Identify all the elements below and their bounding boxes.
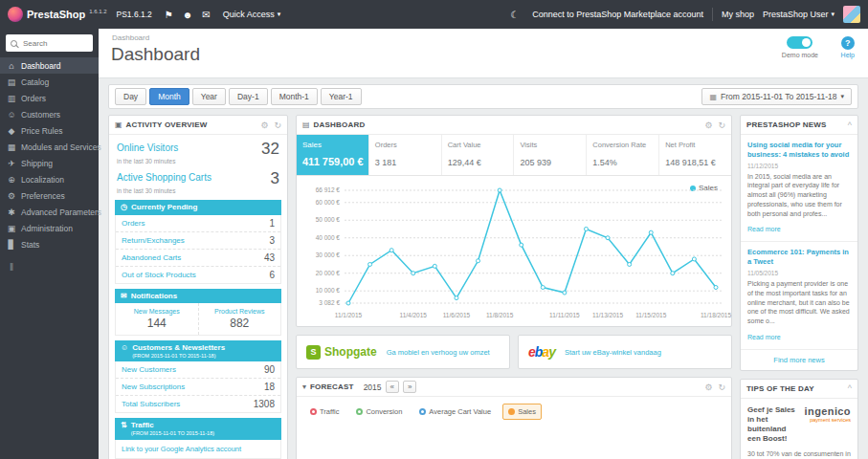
- chart-data-point[interactable]: [541, 286, 545, 290]
- sidebar-item-stats[interactable]: ▊Stats: [0, 236, 99, 252]
- filter-year-button[interactable]: Year: [192, 88, 226, 105]
- pending-returns-row[interactable]: Return/Exchanges3: [116, 232, 280, 250]
- chart-data-point[interactable]: [563, 291, 567, 295]
- chart-data-point[interactable]: [368, 262, 372, 266]
- forecast-average-cart-toggle[interactable]: Average Cart Value: [413, 404, 497, 420]
- google-analytics-link[interactable]: Link to your Google Analytics account: [115, 440, 281, 459]
- chart-data-point[interactable]: [389, 249, 393, 252]
- chart-data-point[interactable]: [455, 296, 458, 300]
- chart-data-point[interactable]: [692, 257, 696, 261]
- ebay-ad[interactable]: ebay Start uw eBay-winkel vandaag: [518, 335, 732, 369]
- kpi-net-profit-tab[interactable]: Net Profit 148 918,51 €: [659, 135, 731, 175]
- localization-icon: ⊕: [7, 175, 16, 185]
- customers-icon: ☺: [7, 110, 16, 120]
- read-more-link[interactable]: Read more: [747, 226, 781, 232]
- filter-month-button[interactable]: Month: [149, 88, 189, 105]
- kpi-sales-tab[interactable]: Sales 411 759,00 €: [297, 135, 369, 175]
- messages-notifications-icon[interactable]: ✉: [202, 10, 210, 20]
- pending-orders-row[interactable]: Orders1: [116, 215, 280, 232]
- chart-data-point[interactable]: [520, 243, 523, 247]
- date-range-picker[interactable]: ▦ From 2015-11-01 To 2015-11-18 ▾: [701, 88, 852, 105]
- news-article-title[interactable]: Using social media for your business: 4 …: [747, 141, 851, 160]
- chart-data-point[interactable]: [346, 301, 350, 305]
- orders-notifications-icon[interactable]: ⚑: [165, 10, 173, 20]
- news-article-title[interactable]: Ecommerce 101: Payments in a Tweet: [747, 248, 851, 267]
- my-shop-link[interactable]: My shop: [722, 10, 754, 19]
- refresh-icon[interactable]: ↻: [718, 382, 725, 392]
- chart-data-point[interactable]: [477, 259, 480, 263]
- forecast-conversion-toggle[interactable]: Conversion: [350, 404, 408, 420]
- chart-data-point[interactable]: [628, 262, 632, 266]
- filter-day-button[interactable]: Day: [115, 88, 146, 105]
- filter-year-1-button[interactable]: Year-1: [321, 88, 362, 105]
- chart-data-point[interactable]: [584, 228, 588, 231]
- collapse-sidebar-icon[interactable]: ‖: [10, 262, 99, 273]
- toggle-switch[interactable]: [787, 36, 812, 49]
- sidebar-item-preferences[interactable]: ⚙Preferences: [0, 187, 99, 204]
- gear-icon[interactable]: ⚙: [704, 382, 712, 392]
- chart-data-point[interactable]: [714, 286, 718, 290]
- new-customers-row[interactable]: New Customers90: [116, 361, 280, 379]
- filter-day-1-button[interactable]: Day-1: [229, 88, 268, 105]
- abandoned-carts-row[interactable]: Abandoned Carts43: [116, 250, 280, 267]
- new-subscriptions-row[interactable]: New Subscriptions18: [116, 379, 280, 396]
- search-icon: [11, 40, 17, 47]
- sidebar-item-shipping[interactable]: ✈Shipping: [0, 155, 99, 171]
- user-menu[interactable]: PrestaShop User ▾: [763, 10, 835, 19]
- refresh-icon[interactable]: ↻: [274, 120, 281, 130]
- forecast-year[interactable]: 2015: [364, 382, 382, 392]
- chart-data-point[interactable]: [671, 272, 675, 275]
- total-subscribers-row[interactable]: Total Subscribers1308: [116, 396, 280, 412]
- forecast-traffic-toggle[interactable]: Traffic: [304, 404, 345, 420]
- refresh-icon[interactable]: ↻: [718, 120, 725, 130]
- sidebar-item-dashboard[interactable]: ⌂Dashboard: [0, 57, 99, 74]
- ebay-ad-link[interactable]: Start uw eBay-winkel vandaag: [565, 348, 661, 357]
- quick-access-menu[interactable]: Quick Access ▾: [223, 10, 281, 19]
- sidebar-item-catalog[interactable]: ▤Catalog: [0, 74, 99, 90]
- filter-month-1-button[interactable]: Month-1: [271, 88, 318, 105]
- kpi-visits-tab[interactable]: Visits 205 939: [514, 135, 587, 175]
- panel-header: ▤ DASHBOARD ⚙ ↻: [297, 116, 731, 135]
- sidebar-item-advanced-parameters[interactable]: ✱Advanced Parameters: [0, 204, 99, 220]
- sidebar-item-customers[interactable]: ☺Customers: [0, 106, 99, 122]
- marketplace-link[interactable]: Connect to PrestaShop Marketplace accoun…: [532, 10, 703, 19]
- demo-mode-toggle[interactable]: Demo mode: [782, 36, 818, 58]
- product-reviews-cell[interactable]: Product Reviews 882: [199, 303, 281, 335]
- out-of-stock-row[interactable]: Out of Stock Products6: [116, 267, 280, 283]
- moon-icon[interactable]: ☾: [510, 10, 519, 20]
- chart-data-point[interactable]: [649, 230, 653, 234]
- sidebar-item-price-rules[interactable]: ◆Price Rules: [0, 122, 99, 139]
- gear-icon[interactable]: ⚙: [704, 120, 712, 130]
- sidebar-item-localization[interactable]: ⊕Localization: [0, 171, 99, 187]
- next-year-button[interactable]: »: [403, 381, 416, 393]
- shopgate-ad-link[interactable]: Ga mobiel en verhoog uw omzet: [387, 348, 490, 357]
- read-more-link[interactable]: Read more: [747, 334, 781, 340]
- search-input[interactable]: [21, 38, 88, 49]
- find-more-news-link[interactable]: Find more news: [741, 349, 857, 370]
- collapse-panel-icon[interactable]: ^: [848, 383, 852, 393]
- new-messages-cell[interactable]: New Messages 144: [116, 303, 199, 335]
- kpi-conversion-rate-tab[interactable]: Conversion Rate 1.54%: [587, 135, 659, 175]
- kpi-cart-value-tab[interactable]: Cart Value 129,44 €: [442, 135, 515, 175]
- chart-data-point[interactable]: [606, 236, 610, 240]
- collapse-panel-icon[interactable]: ^: [848, 120, 852, 130]
- ingenico-logo: ingenico payment services: [805, 405, 851, 444]
- customers-notifications-icon[interactable]: ☻: [183, 10, 193, 20]
- sidebar-search[interactable]: [6, 34, 93, 52]
- sidebar-item-modules[interactable]: ▦Modules and Services: [0, 139, 99, 155]
- chart-data-point[interactable]: [412, 272, 415, 275]
- sidebar-item-orders[interactable]: ▥Orders: [0, 90, 99, 106]
- chart-data-point[interactable]: [433, 264, 436, 268]
- chart-data-point[interactable]: [498, 188, 501, 192]
- active-carts-link[interactable]: Active Shopping Carts: [117, 172, 211, 183]
- forecast-sales-toggle[interactable]: Sales: [502, 404, 542, 420]
- previous-year-button[interactable]: «: [386, 381, 399, 393]
- gear-icon[interactable]: ⚙: [260, 120, 268, 130]
- prestashop-logo[interactable]: PrestaShop 1.6.1.2: [0, 7, 115, 22]
- shopgate-ad[interactable]: S Shopgate Ga mobiel en verhoog uw omzet: [296, 335, 510, 369]
- avatar[interactable]: [843, 6, 860, 23]
- online-visitors-link[interactable]: Online Visitors: [117, 142, 178, 153]
- sidebar-item-administration[interactable]: ▣Administration: [0, 220, 99, 236]
- help-button[interactable]: ? Help: [841, 36, 855, 58]
- kpi-orders-tab[interactable]: Orders 3 181: [369, 135, 442, 175]
